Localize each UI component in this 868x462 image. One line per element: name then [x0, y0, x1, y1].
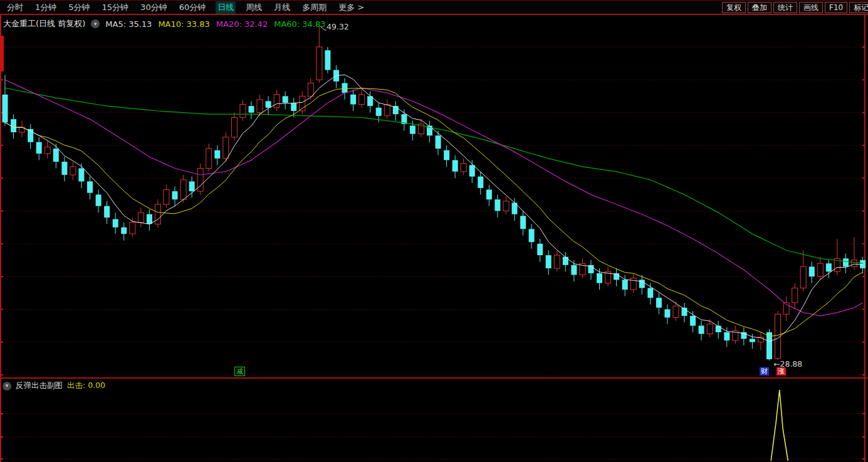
- subchart-canvas[interactable]: [0, 379, 868, 462]
- tool-button-画线[interactable]: 画线: [799, 2, 823, 13]
- main-chart-canvas[interactable]: [0, 15, 868, 377]
- period-tab-1分钟[interactable]: 1分钟: [33, 1, 58, 14]
- main-candlestick-chart[interactable]: 大金重工(日线 前复权) ▾ MA5: 35.13MA10: 33.83MA20…: [0, 15, 868, 377]
- ma-value-label: MA5: 35.13: [105, 19, 152, 29]
- chart-legend: 大金重工(日线 前复权) ▾ MA5: 35.13MA10: 33.83MA20…: [3, 18, 332, 29]
- tool-button-叠加[interactable]: 叠加: [748, 2, 771, 13]
- period-tab-5分钟[interactable]: 5分钟: [66, 1, 92, 14]
- event-badge-reduce[interactable]: 减: [234, 367, 245, 376]
- ma-value-label: MA10: 33.83: [158, 19, 209, 29]
- chevron-down-icon[interactable]: ▾: [3, 382, 11, 391]
- ma-value-label: MA60: 34.83: [274, 19, 325, 29]
- tool-button-统计[interactable]: 统计: [773, 2, 797, 13]
- top-toolbar: 分时1分钟5分钟15分钟30分钟60分钟日线周线月线多周期更多 > 复权叠加统计…: [0, 0, 868, 15]
- tool-button-bar: 复权叠加统计画线F10标记+自: [722, 1, 868, 14]
- subchart-header: ▾ 反弹出击副图 出击: 0.00: [3, 381, 105, 391]
- period-tab-多周期[interactable]: 多周期: [300, 1, 328, 14]
- period-tab-30分钟[interactable]: 30分钟: [139, 1, 169, 14]
- chevron-down-icon[interactable]: ▾: [91, 19, 100, 28]
- tool-button-复权[interactable]: 复权: [722, 2, 746, 13]
- period-tab-15分钟[interactable]: 15分钟: [100, 1, 131, 14]
- indicator-subchart[interactable]: ▾ 反弹出击副图 出击: 0.00: [0, 377, 868, 462]
- event-badge-financial[interactable]: 财: [760, 367, 769, 375]
- tool-button-F10[interactable]: F10: [825, 2, 847, 13]
- event-badge-limit-up[interactable]: 涨: [776, 367, 786, 375]
- period-tab-bar: 分时1分钟5分钟15分钟30分钟60分钟日线周线月线多周期更多 >: [5, 1, 366, 14]
- period-tab-周线[interactable]: 周线: [244, 1, 264, 14]
- period-tab-分时[interactable]: 分时: [5, 1, 25, 14]
- ma-value-label: MA20: 32.42: [216, 19, 268, 29]
- subchart-indicator-value: 出击: 0.00: [67, 381, 105, 391]
- high-price-annotation: 49.32: [327, 22, 349, 31]
- period-tab-日线[interactable]: 日线: [216, 1, 236, 14]
- period-tab-月线[interactable]: 月线: [272, 1, 292, 14]
- period-tab-60分钟[interactable]: 60分钟: [177, 1, 208, 14]
- symbol-title: 大金重工(日线 前复权): [3, 18, 85, 29]
- subchart-title: 反弹出击副图: [16, 381, 63, 391]
- tool-button-标记[interactable]: 标记: [849, 2, 868, 13]
- period-tab-更多 >[interactable]: 更多 >: [337, 1, 366, 14]
- ma-legend: MA5: 35.13MA10: 33.83MA20: 32.42MA60: 34…: [105, 19, 332, 29]
